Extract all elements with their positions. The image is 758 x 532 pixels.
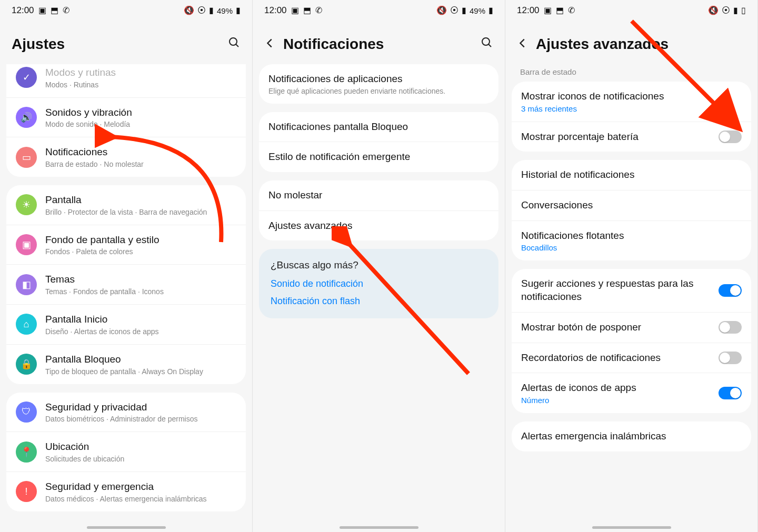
settings-row-fondo[interactable]: ▣Fondo de pantalla y estiloFondos · Pale…	[6, 225, 246, 265]
toggle-posponer[interactable]	[719, 321, 742, 334]
seguridad-icon: 🛡	[16, 401, 37, 423]
row-no-molestar[interactable]: No molestar	[259, 180, 498, 210]
row-subtitle: Solicitudes de ubicación	[45, 455, 236, 463]
row-subtitle: Diseño · Alertas de iconos de apps	[45, 327, 236, 336]
row-subtitle: Modos · Rutinas	[45, 81, 236, 89]
page-title: Notificaciones	[283, 36, 473, 53]
row-subtitle: Modo de sonido · Melodía	[45, 120, 236, 128]
row-subtitle: Elige qué aplicaciones pueden enviarte n…	[268, 87, 489, 95]
header: Ajustes avanzados	[505, 21, 757, 64]
settings-row-emergencia[interactable]: !Seguridad y emergenciaDatos médicos · A…	[6, 471, 246, 511]
row-title: Mostrar iconos de notificaciones	[521, 90, 742, 103]
settings-group-1: ✓Modos y rutinasModos · Rutinas🔊Sonidos …	[6, 64, 246, 177]
row-sugerir[interactable]: Sugerir acciones y respuestas para las n…	[512, 269, 751, 312]
pantalla-icon: ☀	[16, 194, 37, 215]
back-icon[interactable]	[517, 37, 528, 51]
row-conversaciones[interactable]: Conversaciones	[512, 190, 751, 220]
row-ajustes-avanzados[interactable]: Ajustes avanzados	[259, 210, 498, 241]
battery-icon: ▯	[741, 6, 746, 15]
signal-icon: ▮	[733, 6, 738, 15]
row-title: Seguridad y emergencia	[45, 480, 236, 494]
toggle-porcentaje-bateria[interactable]	[719, 131, 742, 143]
row-title: Alertas emergencia inalámbricas	[521, 430, 742, 443]
row-mostrar-iconos[interactable]: Mostrar iconos de notificaciones3 más re…	[512, 82, 751, 122]
settings-row-pantalla[interactable]: ☀PantallaBrillo · Protector de la vista …	[6, 185, 246, 225]
save-icon: ⬒	[51, 6, 58, 15]
status-bar: 12:00 ▣ ⬒ ✆ 🔇 ⦿ ▮ 49% ▮	[0, 0, 252, 21]
whatsapp-icon: ✆	[63, 6, 69, 15]
row-title: Fondo de pantalla y estilo	[45, 234, 236, 247]
whatsapp-icon: ✆	[315, 6, 322, 15]
looking-for-more: ¿Buscas algo más? Sonido de notificación…	[259, 249, 498, 318]
battery-text: 49%	[470, 6, 485, 15]
phone-screen-1: 12:00 ▣ ⬒ ✆ 🔇 ⦿ ▮ 49% ▮ Ajustes ✓Modos y…	[0, 0, 253, 532]
toggle-sugerir[interactable]	[719, 284, 742, 297]
row-title: Ubicación	[45, 440, 236, 454]
row-subtitle: Brillo · Protector de la vista · Barra d…	[45, 208, 236, 216]
mute-icon: 🔇	[184, 6, 194, 15]
row-title: Notificaciones de aplicaciones	[268, 73, 489, 86]
header: Notificaciones	[253, 21, 505, 64]
signal-icon: ▮	[209, 6, 214, 15]
settings-row-notificaciones[interactable]: ▭NotificacionesBarra de estado · No mole…	[6, 137, 246, 177]
settings-row-sonidos[interactable]: 🔊Sonidos y vibraciónModo de sonido · Mel…	[6, 97, 246, 137]
row-alertas-iconos[interactable]: Alertas de iconos de appsNúmero	[512, 373, 751, 413]
save-icon: ⬒	[556, 6, 564, 15]
row-alertas-emergencia[interactable]: Alertas emergencia inalámbricas	[512, 421, 751, 451]
settings-group-2: ☀PantallaBrillo · Protector de la vista …	[6, 185, 246, 384]
status-time: 12:00	[264, 5, 287, 16]
row-posponer[interactable]: Mostrar botón de posponer	[512, 312, 751, 343]
row-subtitle: Datos médicos · Alertas emergencia inalá…	[45, 495, 236, 503]
row-title: No molestar	[268, 189, 489, 202]
settings-row-seguridad[interactable]: 🛡Seguridad y privacidadDatos biométricos…	[6, 393, 246, 432]
row-notif-bloqueo[interactable]: Notificaciones pantalla Bloqueo	[259, 112, 498, 142]
row-subtitle: Barra de estado · No molestar	[45, 160, 236, 168]
settings-row-pantalla-bloqueo[interactable]: 🔒Pantalla BloqueoTipo de bloqueo de pant…	[6, 344, 246, 384]
row-title: Notificaciones flotantes	[521, 229, 742, 243]
row-title: Historial de notificaciones	[521, 168, 742, 182]
row-recordatorios[interactable]: Recordatorios de notificaciones	[512, 343, 751, 373]
page-title: Ajustes	[12, 36, 221, 53]
settings-row-modos-rutinas[interactable]: ✓Modos y rutinasModos · Rutinas	[6, 64, 246, 97]
status-time: 12:00	[517, 5, 540, 16]
wifi-icon: ⦿	[450, 6, 458, 15]
row-subtitle: Tipo de bloqueo de pantalla · Always On …	[45, 367, 236, 376]
emergencia-icon: !	[16, 481, 37, 502]
row-title: Estilo de notificación emergente	[268, 150, 489, 164]
status-time: 12:00	[12, 5, 34, 16]
row-title: Alertas de iconos de apps	[521, 382, 710, 395]
whatsapp-icon: ✆	[568, 6, 575, 15]
more-link-1[interactable]: Notificación con flash	[271, 296, 487, 307]
row-title: Mostrar botón de posponer	[521, 321, 710, 334]
status-bar: 12:00 ▣ ⬒ ✆ 🔇 ⦿ ▮ ▯	[505, 0, 757, 21]
row-title: Pantalla	[45, 194, 236, 207]
row-subtitle: Datos biométricos · Administrador de per…	[45, 415, 236, 423]
row-subtitle: Fondos · Paleta de colores	[45, 247, 236, 256]
row-flotantes[interactable]: Notificaciones flotantesBocadillos	[512, 220, 751, 261]
settings-row-ubicacion[interactable]: 📍UbicaciónSolicitudes de ubicación	[6, 431, 246, 471]
notif-group-3: No molestarAjustes avanzados	[259, 180, 498, 240]
nav-indicator	[87, 526, 166, 529]
adv-group-1: Mostrar iconos de notificaciones3 más re…	[512, 82, 751, 152]
row-notif-apps[interactable]: Notificaciones de aplicacionesElige qué …	[259, 64, 498, 104]
row-porcentaje-bateria[interactable]: Mostrar porcentaje batería	[512, 122, 751, 152]
row-historial[interactable]: Historial de notificaciones	[512, 160, 751, 190]
row-title: Notificaciones	[45, 146, 236, 159]
back-icon[interactable]	[264, 37, 276, 51]
settings-row-temas[interactable]: ◧TemasTemas · Fondos de pantalla · Icono…	[6, 264, 246, 304]
more-link-0[interactable]: Sonido de notificación	[271, 278, 487, 289]
battery-icon: ▮	[488, 6, 493, 15]
gallery-icon: ▣	[544, 6, 552, 15]
row-title: Recordatorios de notificaciones	[521, 352, 710, 365]
toggle-recordatorios[interactable]	[719, 352, 742, 364]
phone-screen-3: 12:00 ▣ ⬒ ✆ 🔇 ⦿ ▮ ▯ Ajustes avanzados Ba…	[505, 0, 758, 532]
search-icon[interactable]	[481, 36, 493, 52]
toggle-alertas-iconos[interactable]	[719, 387, 742, 399]
signal-icon: ▮	[462, 6, 466, 15]
settings-row-pantalla-inicio[interactable]: ⌂Pantalla InicioDiseño · Alertas de icon…	[6, 304, 246, 344]
phone-screen-2: 12:00 ▣ ⬒ ✆ 🔇 ⦿ ▮ 49% ▮ Notificaciones N…	[253, 0, 505, 532]
row-notif-emergente[interactable]: Estilo de notificación emergente	[259, 142, 498, 172]
mute-icon: 🔇	[708, 6, 719, 15]
search-icon[interactable]	[228, 36, 241, 52]
gallery-icon: ▣	[38, 6, 46, 15]
